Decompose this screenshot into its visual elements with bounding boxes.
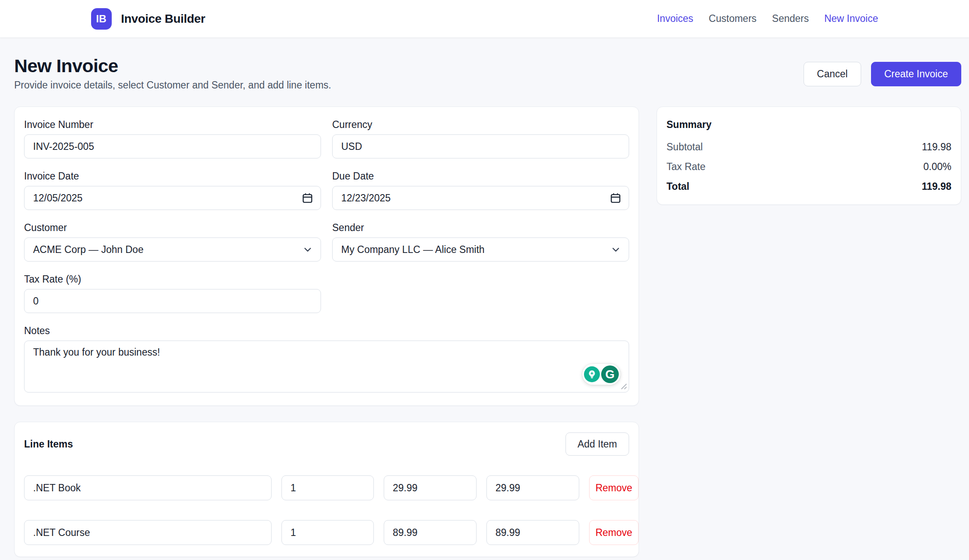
subtotal-value: 119.98 (922, 141, 951, 153)
textarea-resize-handle[interactable] (621, 383, 627, 390)
summary-tax-row: Tax Rate 0.00% (666, 161, 951, 173)
tax-rate-summary-label: Tax Rate (666, 161, 706, 173)
line-item-row: Remove (24, 520, 629, 545)
cancel-button[interactable]: Cancel (804, 62, 861, 86)
line-items-title: Line Items (24, 438, 73, 450)
tax-rate-field-group: Tax Rate (%) (24, 274, 321, 313)
sender-label: Sender (332, 222, 629, 234)
invoice-date-wrap (24, 186, 321, 210)
nav-links: Invoices Customers Senders New Invoice (657, 13, 878, 24)
invoice-number-field-group: Invoice Number (24, 119, 321, 158)
notes-textarea[interactable]: Thank you for your business! (24, 341, 629, 393)
item-total-input[interactable] (486, 520, 579, 545)
sender-field-group: Sender My Company LLC — Alice Smith (332, 222, 629, 262)
item-total-input[interactable] (486, 475, 579, 500)
grammarly-logo-icon[interactable]: G (601, 365, 619, 383)
nav-item-invoices[interactable]: Invoices (657, 13, 693, 24)
page-header-text: New Invoice Provide invoice details, sel… (14, 57, 331, 91)
invoice-number-label: Invoice Number (24, 119, 321, 131)
page-actions: Cancel Create Invoice (804, 62, 961, 86)
subtotal-label: Subtotal (666, 141, 703, 153)
item-name-input[interactable] (24, 520, 272, 545)
page-subtitle: Provide invoice details, select Customer… (14, 79, 331, 91)
navbar-container: IB Invoice Builder Invoices Customers Se… (91, 0, 878, 37)
content-grid: Invoice Number Currency Invoice Date (14, 107, 961, 557)
item-name-input[interactable] (24, 475, 272, 500)
tax-rate-summary-value: 0.00% (923, 161, 951, 173)
total-label: Total (666, 181, 689, 192)
invoice-date-field-group: Invoice Date (24, 170, 321, 210)
create-invoice-button[interactable]: Create Invoice (871, 62, 961, 86)
top-navbar: IB Invoice Builder Invoices Customers Se… (0, 0, 969, 38)
sender-select[interactable]: My Company LLC — Alice Smith (332, 237, 629, 262)
invoice-date-input[interactable] (24, 186, 321, 210)
summary-title: Summary (666, 119, 951, 131)
left-column: Invoice Number Currency Invoice Date (14, 107, 639, 557)
notes-field-group: Notes Thank you for your business! (24, 325, 629, 393)
line-item-row: Remove (24, 475, 629, 500)
item-price-input[interactable] (384, 520, 477, 545)
summary-total-row: Total 119.98 (666, 181, 951, 192)
due-date-wrap (332, 186, 629, 210)
page-main: New Invoice Provide invoice details, sel… (0, 38, 969, 557)
item-price-input[interactable] (384, 475, 477, 500)
total-value: 119.98 (922, 181, 951, 192)
remove-item-button[interactable]: Remove (589, 475, 639, 500)
nav-item-new-invoice[interactable]: New Invoice (824, 13, 878, 24)
spacer-cell (332, 274, 629, 313)
line-items-header: Line Items Add Item (24, 432, 629, 456)
line-items-card: Line Items Add Item Remove Remove (14, 422, 639, 557)
summary-subtotal-row: Subtotal 119.98 (666, 141, 951, 153)
tax-rate-input[interactable] (24, 289, 321, 313)
customer-select-wrap: ACME Corp — John Doe (24, 237, 321, 262)
app-logo-text: IB (96, 13, 107, 25)
notes-label: Notes (24, 325, 629, 337)
app-logo[interactable]: IB (91, 8, 112, 30)
due-date-input[interactable] (332, 186, 629, 210)
nav-item-customers[interactable]: Customers (709, 13, 756, 24)
grammarly-suggestion-bulb-icon[interactable] (584, 366, 600, 382)
currency-label: Currency (332, 119, 629, 131)
currency-field-group: Currency (332, 119, 629, 158)
invoice-details-card: Invoice Number Currency Invoice Date (14, 107, 639, 406)
notes-wrap: Thank you for your business! G (24, 341, 629, 393)
grammarly-widget[interactable]: G (582, 364, 621, 385)
remove-item-button[interactable]: Remove (589, 520, 639, 545)
due-date-field-group: Due Date (332, 170, 629, 210)
page-title: New Invoice (14, 57, 331, 75)
tax-rate-label: Tax Rate (%) (24, 274, 321, 285)
item-qty-input[interactable] (281, 475, 374, 500)
summary-card: Summary Subtotal 119.98 Tax Rate 0.00% T… (657, 107, 961, 205)
invoice-form-grid: Invoice Number Currency Invoice Date (24, 119, 629, 393)
nav-item-senders[interactable]: Senders (772, 13, 809, 24)
due-date-label: Due Date (332, 170, 629, 182)
sender-select-wrap: My Company LLC — Alice Smith (332, 237, 629, 262)
app-title: Invoice Builder (121, 12, 205, 26)
invoice-date-label: Invoice Date (24, 170, 321, 182)
add-item-button[interactable]: Add Item (566, 432, 629, 456)
customer-label: Customer (24, 222, 321, 234)
invoice-number-input[interactable] (24, 134, 321, 158)
customer-select[interactable]: ACME Corp — John Doe (24, 237, 321, 262)
page-header: New Invoice Provide invoice details, sel… (14, 57, 961, 91)
currency-input[interactable] (332, 134, 629, 158)
item-qty-input[interactable] (281, 520, 374, 545)
customer-field-group: Customer ACME Corp — John Doe (24, 222, 321, 262)
